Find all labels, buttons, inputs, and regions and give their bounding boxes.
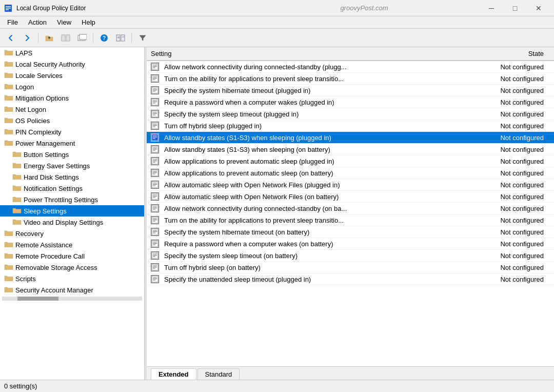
sidebar-item-button-settings[interactable]: Button Settings — [0, 149, 144, 160]
table-row[interactable]: Allow applications to prevent automatic … — [147, 155, 554, 167]
table-row[interactable]: Require a password when a computer wakes… — [147, 238, 554, 250]
show-hide-console-button[interactable] — [58, 31, 73, 45]
sidebar-item-mitigation-options[interactable]: Mitigation Options — [0, 92, 144, 104]
table-row[interactable]: Specify the unattended sleep timeout (pl… — [147, 273, 554, 285]
setting-name: Specify the system hibernate timeout (pl… — [160, 85, 463, 96]
close-button[interactable]: ✕ — [527, 1, 550, 16]
folder-icon-net-logon — [4, 105, 13, 114]
minimize-button[interactable]: ─ — [480, 1, 503, 16]
sidebar-item-net-logon[interactable]: Net Logon — [0, 104, 144, 115]
menu-action[interactable]: Action — [23, 17, 52, 27]
policy-icon — [147, 73, 160, 85]
folder-icon-mitigation-options — [4, 94, 13, 103]
folder-icon-hard-disk — [12, 173, 22, 182]
table-row[interactable]: Allow standby states (S1-S3) when sleepi… — [147, 132, 554, 144]
menu-help[interactable]: Help — [76, 17, 101, 27]
folder-up-button[interactable] — [42, 31, 57, 45]
table-row[interactable]: Specify the system hibernate timeout (on… — [147, 226, 554, 238]
policy-icon — [147, 155, 160, 167]
maximize-button[interactable]: □ — [504, 1, 526, 16]
sidebar-item-label-os-policies: OS Policies — [15, 117, 50, 125]
table-row[interactable]: Allow automatic sleep with Open Network … — [147, 191, 554, 203]
folder-icon-security-account — [4, 286, 13, 295]
table-row[interactable]: Turn on the ability for applications to … — [147, 73, 554, 85]
sidebar-item-pin-complexity[interactable]: PIN Complexity — [0, 126, 144, 138]
table-row[interactable]: Allow network connectivity during connec… — [147, 203, 554, 214]
sidebar-item-os-policies[interactable]: OS Policies — [0, 115, 144, 126]
table-row[interactable]: Allow network connectivity during connec… — [147, 61, 554, 73]
sidebar-item-locale-services[interactable]: Locale Services — [0, 70, 144, 81]
menu-view[interactable]: View — [52, 17, 76, 27]
svg-rect-4 — [62, 35, 65, 41]
table-row[interactable]: Require a password when a computer wakes… — [147, 96, 554, 108]
watermark: groovyPost.com — [248, 4, 480, 12]
table-row[interactable]: Allow applications to prevent automatic … — [147, 167, 554, 179]
folder-icon-power-throttling — [12, 195, 22, 204]
help-button[interactable]: ? — [96, 31, 112, 45]
tab-extended[interactable]: Extended — [151, 368, 196, 380]
svg-rect-11 — [121, 35, 125, 41]
sidebar-item-remote-assistance[interactable]: Remote Assistance — [0, 239, 144, 250]
sidebar-item-label-laps: LAPS — [15, 49, 32, 57]
policy-icon — [147, 132, 160, 144]
menu-file[interactable]: File — [2, 17, 23, 27]
setting-state: Not configured — [463, 214, 554, 226]
sidebar-item-scripts[interactable]: Scripts — [0, 273, 144, 284]
sidebar-item-power-throttling[interactable]: Power Throttling Settings — [0, 194, 144, 205]
sidebar-item-laps[interactable]: LAPS — [0, 47, 144, 58]
table-row[interactable]: Turn on the ability for applications to … — [147, 214, 554, 226]
setting-state: Not configured — [463, 179, 554, 191]
svg-rect-5 — [66, 35, 70, 41]
sidebar-item-energy-saver[interactable]: Energy Saver Settings — [0, 160, 144, 171]
table-row[interactable]: Specify the system sleep timeout (on bat… — [147, 250, 554, 262]
sidebar-item-hard-disk[interactable]: Hard Disk Settings — [0, 171, 144, 183]
main-content: LAPS Local Security Authority Locale Ser… — [0, 47, 554, 380]
setting-state: Not configured — [463, 108, 554, 120]
table-row[interactable]: Turn off hybrid sleep (plugged in)Not co… — [147, 120, 554, 132]
sidebar-item-video-display[interactable]: Video and Display Settings — [0, 217, 144, 228]
sidebar-item-label-hard-disk: Hard Disk Settings — [24, 173, 79, 181]
setting-state: Not configured — [463, 73, 554, 85]
right-panel: Setting State Allow network connectivity… — [147, 47, 554, 380]
sidebar-item-sleep-settings[interactable]: Sleep Settings — [0, 205, 144, 217]
sidebar-item-label-net-logon: Net Logon — [15, 106, 46, 113]
filter-button[interactable] — [135, 31, 150, 45]
sidebar-item-recovery[interactable]: Recovery — [0, 228, 144, 239]
properties-button[interactable] — [113, 31, 128, 45]
setting-column-header: Setting — [147, 47, 463, 61]
back-button[interactable] — [3, 31, 18, 45]
left-panel-scrollbar-thumb[interactable] — [17, 297, 58, 301]
table-row[interactable]: Specify the system hibernate timeout (pl… — [147, 85, 554, 96]
new-window-button[interactable] — [74, 31, 90, 45]
policy-icon — [147, 179, 160, 191]
table-row[interactable]: Specify the system sleep timeout (plugge… — [147, 108, 554, 120]
left-panel-scrollbar[interactable] — [2, 297, 142, 301]
table-row[interactable]: Allow automatic sleep with Open Network … — [147, 179, 554, 191]
policy-icon — [147, 167, 160, 179]
policy-icon — [147, 226, 160, 238]
folder-icon-os-policies — [4, 116, 13, 125]
table-row[interactable]: Allow standby states (S1-S3) when sleepi… — [147, 144, 554, 155]
policy-icon — [147, 273, 160, 285]
table-row[interactable]: Turn off hybrid sleep (on battery)Not co… — [147, 262, 554, 273]
sidebar-item-security-account[interactable]: Security Account Manager — [0, 284, 144, 296]
policy-icon — [147, 108, 160, 120]
setting-name: Allow automatic sleep with Open Network … — [160, 179, 463, 191]
sidebar-item-label-power-throttling: Power Throttling Settings — [24, 196, 98, 204]
sidebar-item-removable-storage[interactable]: Removable Storage Access — [0, 262, 144, 273]
policy-icon — [147, 262, 160, 273]
folder-icon-locale-services — [4, 71, 13, 80]
title-bar: Local Group Policy Editor groovyPost.com… — [0, 0, 554, 16]
sidebar-item-label-security-account: Security Account Manager — [15, 286, 93, 294]
sidebar-item-notification[interactable]: Notification Settings — [0, 183, 144, 194]
sidebar-item-local-security[interactable]: Local Security Authority — [0, 58, 144, 70]
sidebar-item-logon[interactable]: Logon — [0, 81, 144, 92]
setting-state: Not configured — [463, 120, 554, 132]
folder-icon-laps — [4, 49, 13, 57]
tab-standard[interactable]: Standard — [197, 368, 240, 380]
forward-button[interactable] — [19, 31, 35, 45]
sidebar-item-remote-procedure[interactable]: Remote Procedure Call — [0, 250, 144, 262]
setting-state: Not configured — [463, 85, 554, 96]
sidebar-item-power-management[interactable]: Power Management — [0, 138, 144, 149]
sidebar-item-label-recovery: Recovery — [15, 230, 44, 238]
